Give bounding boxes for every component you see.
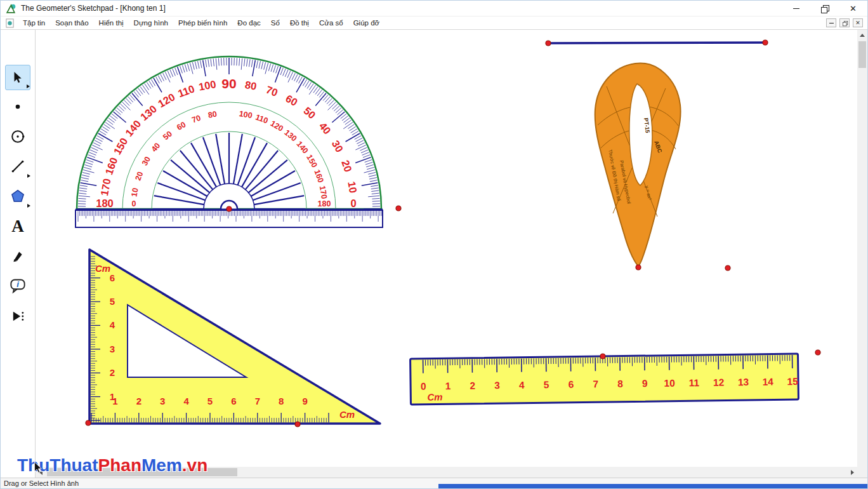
- triangle-unit-label: Cm: [339, 409, 355, 420]
- red-point[interactable]: [763, 40, 768, 45]
- watermark-segment: Mem: [141, 455, 182, 475]
- watermark-segment: Phan: [98, 455, 141, 475]
- svg-text:5: 5: [207, 396, 213, 406]
- text-tool[interactable]: A: [5, 213, 30, 239]
- point-tool[interactable]: [5, 94, 30, 119]
- selection-arrow-icon: [11, 70, 25, 84]
- close-button[interactable]: ✕: [839, 1, 867, 16]
- menu-soan-thao[interactable]: Soạn thảo: [50, 17, 93, 29]
- vertical-scroll-thumb[interactable]: [858, 41, 866, 68]
- sketch-canvas[interactable]: 0102030405060708090100110120130140150160…: [36, 30, 858, 468]
- ruler-image[interactable]: Cm 0123456789101112131415: [411, 354, 799, 405]
- menu-dung-hinh[interactable]: Dựng hình: [129, 17, 173, 29]
- menu-do-dac[interactable]: Đo đạc: [232, 17, 265, 29]
- svg-text:9: 9: [642, 378, 648, 389]
- svg-text:90: 90: [221, 76, 236, 91]
- line-segment[interactable]: [548, 43, 765, 43]
- menu-bar: Tập tin Soạn thảo Hiển thị Dựng hình Phé…: [1, 17, 867, 30]
- straightedge-tool[interactable]: [5, 154, 30, 179]
- scroll-right-button[interactable]: [847, 467, 857, 478]
- menu-tap-tin[interactable]: Tập tin: [18, 17, 50, 29]
- scroll-up-button[interactable]: [857, 30, 867, 40]
- svg-text:5: 5: [110, 296, 115, 307]
- svg-text:6: 6: [110, 272, 115, 283]
- information-tool[interactable]: i: [5, 273, 30, 298]
- restore-icon: [843, 21, 847, 25]
- menu-cua-so[interactable]: Cửa sổ: [314, 17, 348, 29]
- custom-tools-icon: [10, 309, 25, 324]
- selection-arrow-tool[interactable]: [5, 65, 30, 90]
- menu-do-thi[interactable]: Đồ thị: [285, 17, 314, 29]
- svg-text:180: 180: [96, 198, 114, 209]
- svg-text:5: 5: [544, 379, 549, 390]
- svg-text:180: 180: [318, 199, 331, 208]
- title-bar: The Geometer's Sketchpad - [Khong ten 1]…: [1, 1, 867, 17]
- red-point[interactable]: [86, 420, 91, 425]
- mouse-cursor-icon: [34, 462, 43, 473]
- minimize-icon: [793, 8, 799, 9]
- red-point[interactable]: [815, 350, 820, 355]
- ruler-unit-label: Cm: [427, 391, 442, 402]
- menu-giup-do[interactable]: Giúp đỡ: [348, 17, 385, 29]
- segment-icon: [11, 159, 25, 173]
- svg-text:4: 4: [183, 396, 189, 406]
- svg-text:10: 10: [129, 187, 140, 198]
- watermark: ThuThuatPhanMem.vn: [17, 455, 207, 476]
- mdi-close-button[interactable]: ✕: [853, 18, 863, 27]
- taskbar-strip: [438, 484, 868, 488]
- svg-text:9: 9: [302, 396, 307, 406]
- mdi-restore-button[interactable]: [839, 18, 850, 27]
- custom-tools[interactable]: [5, 304, 30, 329]
- svg-text:11: 11: [689, 377, 700, 388]
- svg-text:3: 3: [110, 344, 115, 354]
- set-square-image[interactable]: Cm Cm 123456123456789: [89, 250, 380, 424]
- tool-variant-arrow-icon: [27, 174, 30, 178]
- scroll-up-icon: [860, 34, 865, 37]
- watermark-segment: .vn: [182, 455, 207, 475]
- menu-hien-thi[interactable]: Hiển thị: [94, 17, 129, 29]
- vertical-scrollbar[interactable]: [857, 30, 867, 478]
- red-point[interactable]: [227, 206, 232, 211]
- red-point[interactable]: [600, 354, 605, 359]
- document-icon: [5, 18, 15, 28]
- svg-text:14: 14: [763, 376, 774, 387]
- svg-text:7: 7: [255, 396, 260, 406]
- tool-variant-arrow-icon: [27, 84, 30, 88]
- minimize-button[interactable]: [782, 1, 810, 16]
- svg-text:0: 0: [421, 381, 426, 392]
- tool-variant-arrow-icon: [27, 204, 30, 208]
- curve-template-image[interactable]: Thước vẽ Đồ thị Hàm số Parabol và Hypecb…: [595, 63, 681, 266]
- svg-text:2: 2: [136, 396, 141, 406]
- menu-so[interactable]: Số: [266, 17, 285, 29]
- polygon-tool[interactable]: [5, 184, 30, 209]
- info-bubble-icon: i: [10, 278, 26, 293]
- marker-tool[interactable]: [5, 243, 30, 269]
- svg-text:2: 2: [110, 367, 115, 378]
- svg-text:3: 3: [494, 380, 500, 391]
- svg-text:6: 6: [231, 396, 236, 406]
- red-point[interactable]: [396, 206, 401, 211]
- red-point[interactable]: [725, 265, 730, 271]
- red-point[interactable]: [295, 422, 300, 427]
- compass-tool[interactable]: [5, 124, 30, 149]
- red-point[interactable]: [636, 265, 641, 270]
- restore-button[interactable]: [810, 1, 839, 16]
- segment-line[interactable]: [548, 43, 765, 43]
- scroll-right-icon: [851, 470, 854, 475]
- circle-icon: [10, 129, 25, 144]
- status-text: Drag or Select Hình ảnh: [4, 479, 79, 487]
- sketch-drawing: 0102030405060708090100110120130140150160…: [36, 30, 858, 468]
- app-icon: [6, 3, 16, 14]
- tool-palette: A i: [1, 30, 36, 478]
- svg-text:1: 1: [112, 396, 117, 406]
- mdi-window-controls: ✕: [826, 18, 863, 27]
- mdi-minimize-button[interactable]: [826, 18, 836, 27]
- minimize-icon: [829, 23, 834, 23]
- svg-text:4: 4: [519, 380, 525, 391]
- red-point[interactable]: [546, 41, 551, 46]
- svg-text:0: 0: [350, 198, 356, 209]
- marker-icon: [11, 249, 25, 263]
- svg-text:8: 8: [617, 378, 623, 389]
- protractor-image[interactable]: 0102030405060708090100110120130140150160…: [76, 57, 383, 227]
- menu-phep-bien-hinh[interactable]: Phép biến hình: [173, 17, 232, 29]
